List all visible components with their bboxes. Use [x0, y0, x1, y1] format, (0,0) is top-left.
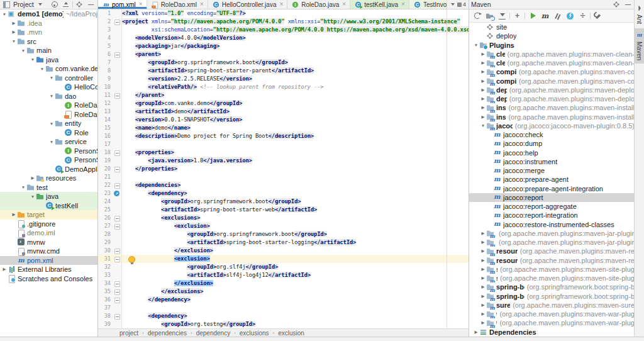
- breadcrumb-item[interactable]: dependencies: [148, 330, 187, 337]
- project-tree-item[interactable]: ▼com.vanke.den: [0, 64, 97, 74]
- chevron-right-icon[interactable]: ▶: [11, 212, 17, 217]
- editor-tab[interactable]: RoleDao.java×: [287, 0, 350, 9]
- project-tree-item[interactable]: DemoApplic: [0, 165, 97, 174]
- code-line[interactable]: 27 <exclusion>: [98, 222, 469, 230]
- maven-tree-item[interactable]: ▼Plugins: [469, 41, 635, 50]
- fold-marker-icon[interactable]: [114, 289, 120, 295]
- chevron-right-icon[interactable]: ▶: [30, 176, 36, 181]
- chevron-right-icon[interactable]: ▶: [1, 267, 8, 272]
- chevron-right-icon[interactable]: ▶: [480, 60, 486, 65]
- maven-tree-item[interactable]: ▶deploy(org.apache.maven.plugins:maven-d…: [469, 94, 635, 103]
- code-line[interactable]: 30 </exclusion>: [98, 247, 469, 255]
- project-tree-item[interactable]: ▼main: [0, 46, 97, 55]
- maven-tree-item[interactable]: ▼jacoco(org.jacoco:jacoco-maven-plugin:0…: [469, 121, 635, 130]
- code-line[interactable]: 3 xsi:schemaLocation="http://maven.apach…: [98, 26, 469, 34]
- code-line[interactable]: 16 <description>Demo project for Spring …: [98, 132, 469, 140]
- code-line[interactable]: 34 </exclusion>: [98, 279, 469, 288]
- maven-tree-item[interactable]: ▶surefire(org.apache.maven.plugins:maven…: [469, 301, 635, 310]
- intention-bulb-icon[interactable]: [128, 256, 135, 263]
- chevron-down-icon[interactable]: ▼: [11, 39, 17, 43]
- project-tree-item[interactable]: mvnw.cmd: [0, 247, 97, 256]
- code-line[interactable]: 15 <name>demo</name>: [98, 124, 469, 132]
- project-tree-item[interactable]: ▼service: [0, 137, 97, 147]
- project-tree-item[interactable]: .gitignore: [0, 220, 97, 229]
- maven-tree-item[interactable]: jacoco:prepare-agent-integration: [469, 184, 635, 193]
- fold-marker-icon[interactable]: [114, 167, 120, 172]
- fold-marker-icon[interactable]: [114, 224, 120, 230]
- gear-icon[interactable]: [612, 1, 621, 8]
- chevron-down-icon[interactable]: ▼: [48, 94, 55, 98]
- chevron-right-icon[interactable]: ▶: [480, 284, 486, 289]
- chevron-right-icon[interactable]: ▶: [480, 231, 486, 236]
- chevron-right-icon[interactable]: ▶: [11, 30, 17, 35]
- maven-tree-item[interactable]: ▶install(org.apache.maven.plugins:maven-…: [469, 103, 635, 112]
- code-line[interactable]: 4 <modelVersion>4.0.0</modelVersion>: [98, 34, 469, 42]
- project-tree-item[interactable]: ▶.idea: [0, 19, 97, 28]
- code-line[interactable]: 26 <exclusions>: [98, 214, 469, 222]
- chevron-right-icon[interactable]: ▶: [480, 258, 486, 263]
- fold-marker-icon[interactable]: [114, 183, 120, 189]
- maven-tree-item[interactable]: ▶jar(org.apache.maven.plugins:maven-jar-…: [469, 229, 635, 238]
- project-tree-item[interactable]: ▼java: [0, 55, 97, 65]
- maven-tree-item[interactable]: jacoco:prepare-agent: [469, 175, 635, 184]
- code-line[interactable]: 1<?xml version="1.0" encoding="UTF-8"?>: [98, 9, 469, 18]
- project-tree-item[interactable]: ▶External Libraries: [0, 265, 97, 274]
- code-line[interactable]: 10 <relativePath/> <!-- lookup parent fr…: [98, 83, 469, 91]
- project-tree-item[interactable]: ▼demo1 [demo]~/IdeaProj: [0, 9, 97, 19]
- chevron-right-icon[interactable]: ▶: [11, 21, 17, 26]
- chevron-down-icon[interactable]: ▼: [473, 43, 479, 47]
- code-line[interactable]: 7 <groupId>org.springframework.boot</gro…: [98, 59, 469, 67]
- fold-marker-icon[interactable]: [114, 93, 120, 99]
- project-tree-item[interactable]: mvnw: [0, 238, 97, 247]
- run-icon[interactable]: [527, 11, 538, 21]
- code-line[interactable]: 14 <version>0.0.1-SNAPSHOT</version>: [98, 116, 469, 124]
- fold-marker-icon[interactable]: [114, 20, 120, 25]
- project-tree-item[interactable]: demo.iml: [0, 228, 97, 238]
- project-tree-item[interactable]: ▶resources: [0, 174, 97, 183]
- fold-marker-icon[interactable]: [114, 249, 120, 254]
- maven-tree-item[interactable]: jacoco:check: [469, 130, 635, 139]
- editor-tab[interactable]: pom.xml×: [98, 0, 147, 9]
- editor-tab[interactable]: testKell.java×: [350, 0, 409, 9]
- code-line[interactable]: 28 <groupId>org.springframework.boot</gr…: [98, 230, 469, 238]
- maven-tree-item[interactable]: ▶spring-boot(org.springframework.boot:sp…: [469, 292, 635, 301]
- code-line[interactable]: 29 <artifactId>spring-boot-starter-loggi…: [98, 238, 469, 247]
- maven-tree-item[interactable]: ▶compiler(org.apache.maven.plugins:maven…: [469, 77, 635, 86]
- fold-marker-icon[interactable]: [114, 314, 120, 320]
- maven-tree-item[interactable]: ▶site(org.apache.maven.plugins:maven-sit…: [469, 265, 635, 274]
- maven-tree-item[interactable]: ▶compiler(org.apache.maven.plugins:maven…: [469, 67, 635, 76]
- code-line[interactable]: 17: [98, 140, 469, 148]
- breadcrumb-item[interactable]: project: [119, 330, 138, 337]
- project-tree-item[interactable]: ▼controller: [0, 74, 97, 83]
- minimize-icon[interactable]: [86, 1, 96, 8]
- chevron-right-icon[interactable]: ▶: [480, 52, 486, 57]
- code-line[interactable]: 37: [98, 304, 469, 312]
- maven-tree-item[interactable]: jacoco:restore-instrumented-classes: [469, 220, 635, 229]
- code-line[interactable]: 21: [98, 173, 469, 181]
- code-line[interactable]: 32 <groupId>org.slf4j</groupId>: [98, 263, 469, 271]
- download-sources-icon[interactable]: [497, 11, 508, 21]
- project-tree-item[interactable]: Scratches and Consoles: [0, 274, 97, 284]
- hidden-tabs-dropdown[interactable]: 4: [447, 0, 469, 9]
- code-line[interactable]: 13 <artifactId>demo</artifactId>: [98, 108, 469, 116]
- code-line[interactable]: 22 <dependencies>: [98, 181, 469, 189]
- chevron-right-icon[interactable]: ▶: [480, 240, 486, 245]
- code-line[interactable]: 24 <groupId>org.springframework.boot</gr…: [98, 198, 469, 206]
- project-tree-item[interactable]: Role: [0, 128, 97, 138]
- project-tree-item[interactable]: ▼java: [0, 192, 97, 201]
- code-line[interactable]: 2<project xmlns="http://maven.apache.org…: [98, 18, 469, 26]
- settings-icon[interactable]: [592, 11, 603, 21]
- close-icon[interactable]: ×: [200, 1, 204, 8]
- chevron-down-icon[interactable]: ▼: [20, 185, 26, 189]
- project-tree-item[interactable]: ▶target: [0, 210, 97, 220]
- project-tree-item[interactable]: testKell: [0, 201, 97, 211]
- reimport-icon[interactable]: [484, 11, 495, 21]
- minimize-icon[interactable]: [623, 1, 633, 8]
- project-tree-item[interactable]: ▼dao: [0, 92, 97, 101]
- collapse-all-icon[interactable]: [61, 1, 70, 8]
- close-icon[interactable]: ×: [139, 1, 143, 8]
- code-line[interactable]: 20 </properties>: [98, 165, 469, 173]
- maven-tree-item[interactable]: ▶install(org.apache.maven.plugins:maven-…: [469, 113, 635, 121]
- execute-goal-icon[interactable]: [540, 11, 550, 21]
- chevron-right-icon[interactable]: ▶: [480, 69, 486, 74]
